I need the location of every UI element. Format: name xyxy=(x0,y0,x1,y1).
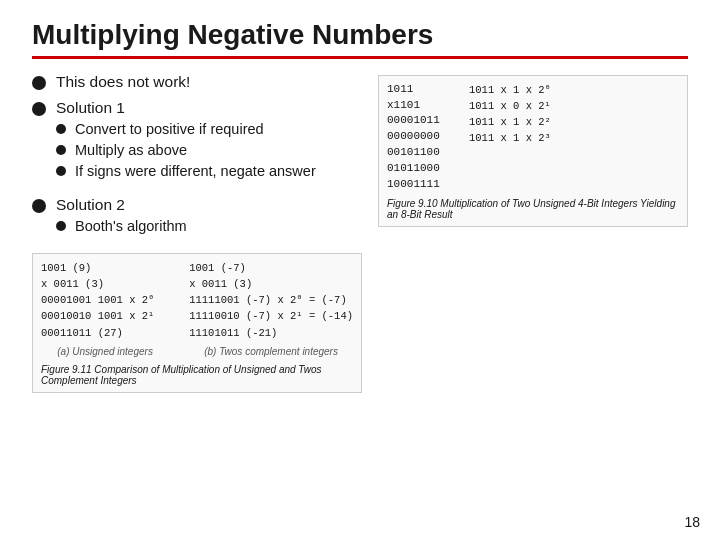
figure-911-cols: 1001 (9) x 0011 (3) 00001001 1001 x 2⁰ 0… xyxy=(41,260,353,360)
sub-item-4-label: Booth's algorithm xyxy=(75,218,187,234)
content-row: This does not work! Solution 1 Convert t… xyxy=(32,73,688,394)
sub-item-2-label: Multiply as above xyxy=(75,142,187,158)
page-number: 18 xyxy=(684,514,700,530)
sub-bullet-2 xyxy=(56,145,66,155)
sub-bullet-1 xyxy=(56,124,66,134)
solution1-sub-list: Convert to positive if required Multiply… xyxy=(56,121,316,184)
title-area: Multiplying Negative Numbers xyxy=(32,18,688,59)
slide-title: Multiplying Negative Numbers xyxy=(32,18,688,52)
fig911-b-line-3: 11111001 (-7) x 2⁰ = (-7) xyxy=(189,292,353,308)
fig911-a-line-4: 00010010 1001 x 2¹ xyxy=(41,308,169,324)
fig910-ann-0: 1011 x 1 x 2⁰ xyxy=(469,82,551,98)
figure-911-caption: Figure 9.11 Comparison of Multiplication… xyxy=(41,364,353,386)
fig911-b-line-5: 11101011 (-21) xyxy=(189,325,353,341)
fig910-num-1: x1101 xyxy=(387,98,457,114)
fig910-ann-3: 1011 x 1 x 2³ xyxy=(469,130,551,146)
fig910-num-6: 10001111 xyxy=(387,177,457,193)
sub-item-1-label: Convert to positive if required xyxy=(75,121,264,137)
figure-910-caption: Figure 9.10 Multiplication of Two Unsign… xyxy=(387,198,679,220)
figure-911-wrapper: 1001 (9) x 0011 (3) 00001001 1001 x 2⁰ 0… xyxy=(32,253,362,394)
figure-910: 1011 x1101 00001011 00000000 00101100 01… xyxy=(378,75,688,228)
figure-910-annotations: 1011 x 1 x 2⁰ 1011 x 0 x 2¹ 1011 x 1 x 2… xyxy=(469,82,551,147)
fig910-ann-1: 1011 x 0 x 2¹ xyxy=(469,98,551,114)
sub-item-1: Convert to positive if required xyxy=(56,121,316,137)
left-column: This does not work! Solution 1 Convert t… xyxy=(32,73,362,394)
list-item-2: Solution 1 Convert to positive if requir… xyxy=(32,99,362,188)
sub-item-4: Booth's algorithm xyxy=(56,218,187,234)
sub-item-3: If signs were different, negate answer xyxy=(56,163,316,179)
bullet-3 xyxy=(32,199,46,213)
sub-item-3-label: If signs were different, negate answer xyxy=(75,163,316,179)
fig911-b-line-2: x 0011 (3) xyxy=(189,276,353,292)
figure-911-col-a: 1001 (9) x 0011 (3) 00001001 1001 x 2⁰ 0… xyxy=(41,260,169,360)
list-item-2-label: Solution 1 xyxy=(56,99,125,117)
list-item-3-label: Solution 2 xyxy=(56,196,125,214)
right-column: 1011 x1101 00001011 00000000 00101100 01… xyxy=(378,73,688,394)
list-item-1-label: This does not work! xyxy=(56,73,190,91)
fig911-b-caption: (b) Twos complement integers xyxy=(189,344,353,360)
fig910-ann-2: 1011 x 1 x 2² xyxy=(469,114,551,130)
slide: Multiplying Negative Numbers This does n… xyxy=(0,0,720,540)
sub-bullet-3 xyxy=(56,166,66,176)
fig910-num-0: 1011 xyxy=(387,82,457,98)
fig910-num-4: 00101100 xyxy=(387,145,457,161)
bullet-1 xyxy=(32,76,46,90)
list-item-1: This does not work! xyxy=(32,73,362,91)
fig910-num-2: 00001011 xyxy=(387,113,457,129)
fig911-a-line-5: 00011011 (27) xyxy=(41,325,169,341)
sub-bullet-4 xyxy=(56,221,66,231)
fig911-a-line-1: 1001 (9) xyxy=(41,260,169,276)
fig911-a-line-3: 00001001 1001 x 2⁰ xyxy=(41,292,169,308)
figure-910-top: 1011 x1101 00001011 00000000 00101100 01… xyxy=(387,82,679,194)
list-item-3: Solution 2 Booth's algorithm xyxy=(32,196,362,243)
fig910-num-5: 01011000 xyxy=(387,161,457,177)
fig911-a-line-2: x 0011 (3) xyxy=(41,276,169,292)
sub-item-2: Multiply as above xyxy=(56,142,316,158)
fig911-a-caption: (a) Unsigned integers xyxy=(41,344,169,360)
title-underline xyxy=(32,56,688,59)
fig911-b-line-4: 11110010 (-7) x 2¹ = (-14) xyxy=(189,308,353,324)
bullet-2 xyxy=(32,102,46,116)
solution2-sub-list: Booth's algorithm xyxy=(56,218,187,239)
figure-911-col-b: 1001 (-7) x 0011 (3) 11111001 (-7) x 2⁰ … xyxy=(189,260,353,360)
fig910-num-3: 00000000 xyxy=(387,129,457,145)
figure-910-numbers: 1011 x1101 00001011 00000000 00101100 01… xyxy=(387,82,457,194)
main-list: This does not work! Solution 1 Convert t… xyxy=(32,73,362,243)
fig911-b-line-1: 1001 (-7) xyxy=(189,260,353,276)
